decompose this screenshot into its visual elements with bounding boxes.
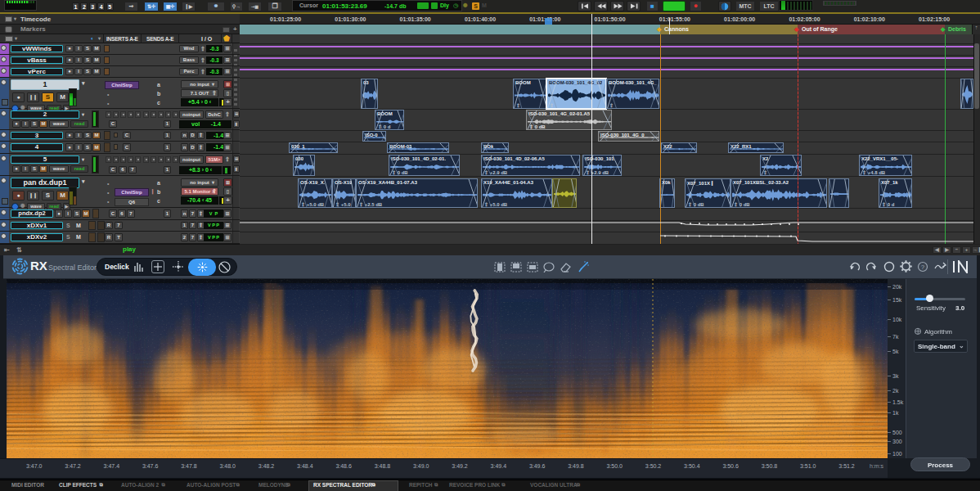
svg-text:?: ?: [921, 264, 925, 271]
